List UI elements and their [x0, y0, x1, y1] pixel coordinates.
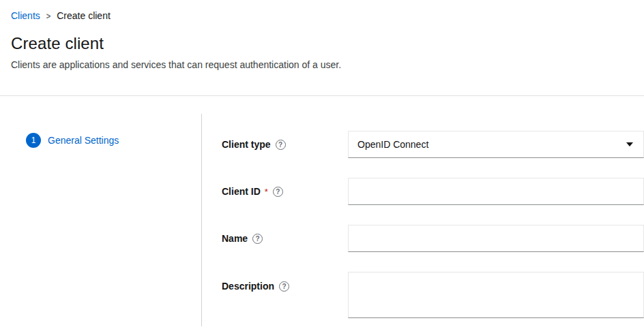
name-input[interactable]	[348, 225, 644, 252]
step-number-badge: 1	[26, 133, 41, 148]
form-row-client-type: Client type ? OpenID Connect	[222, 131, 644, 158]
page-title: Create client	[11, 34, 633, 53]
required-asterisk: *	[265, 186, 268, 196]
form-row-client-id: Client ID * ?	[222, 178, 644, 205]
general-settings-form: Client type ? OpenID Connect Client ID *…	[202, 114, 644, 326]
client-type-label-group: Client type ?	[222, 139, 348, 150]
breadcrumb-separator-icon: >	[46, 11, 50, 20]
step-label: General Settings	[48, 135, 119, 146]
form-row-name: Name ?	[222, 225, 644, 252]
breadcrumb-current: Create client	[57, 10, 111, 21]
client-type-selected-value: OpenID Connect	[357, 139, 428, 150]
client-id-input[interactable]	[348, 178, 644, 205]
name-label-group: Name ?	[222, 233, 348, 244]
client-type-help-icon[interactable]: ?	[276, 140, 286, 150]
wizard-step-general-settings[interactable]: 1 General Settings	[0, 133, 201, 148]
description-label: Description	[222, 281, 274, 292]
client-id-label: Client ID	[222, 186, 261, 197]
breadcrumb: Clients > Create client	[0, 0, 644, 21]
create-client-wizard: 1 General Settings Client type ? OpenID …	[0, 114, 644, 326]
description-textarea[interactable]	[348, 272, 644, 318]
page-header: Create client Clients are applications a…	[0, 21, 644, 70]
description-help-icon[interactable]: ?	[279, 281, 289, 292]
wizard-step-nav: 1 General Settings	[0, 114, 202, 326]
page-subtitle: Clients are applications and services th…	[11, 59, 633, 70]
description-label-group: Description ?	[222, 272, 348, 292]
form-row-description: Description ?	[222, 272, 644, 318]
name-label: Name	[222, 233, 248, 244]
client-type-select[interactable]: OpenID Connect	[348, 131, 644, 158]
name-help-icon[interactable]: ?	[252, 234, 263, 244]
breadcrumb-link-clients[interactable]: Clients	[11, 10, 40, 21]
header-divider	[0, 95, 644, 96]
client-type-label: Client type	[222, 139, 271, 150]
caret-down-icon	[626, 142, 633, 146]
client-id-help-icon[interactable]: ?	[273, 187, 283, 197]
client-id-label-group: Client ID * ?	[222, 186, 348, 197]
